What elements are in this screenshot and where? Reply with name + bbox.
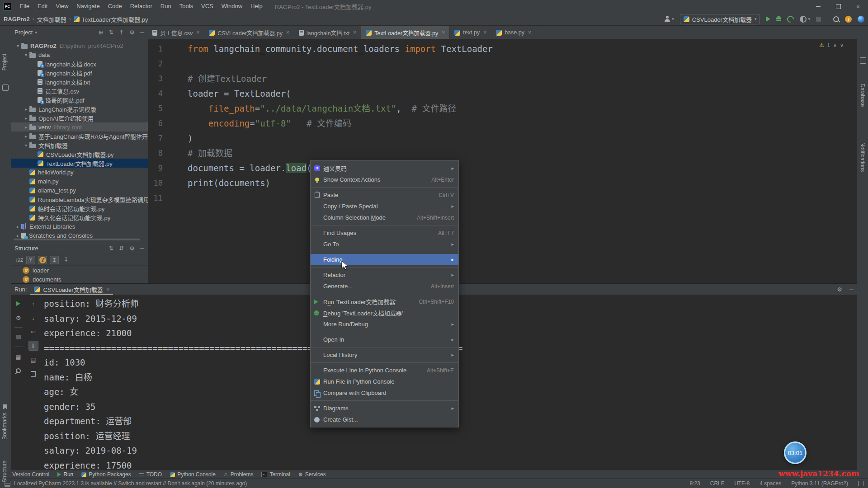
tab-csvloader-py[interactable]: CSVLoader文档加载器.py×	[204, 26, 294, 39]
close-tab-icon[interactable]: ×	[528, 29, 531, 36]
tab-base-py[interactable]: base.py×	[491, 26, 536, 39]
code-editor[interactable]: 1from langchain_community.document_loade…	[148, 39, 857, 206]
toolwindow-button-todo[interactable]: TODO	[135, 470, 166, 479]
menu-item-refactor[interactable]: Refactor▸	[311, 269, 458, 281]
menubar-item-file[interactable]: File	[16, 0, 33, 13]
line-number[interactable]: 2	[148, 56, 188, 71]
line-number[interactable]: 8	[148, 146, 188, 161]
right-stripe-icon[interactable]	[860, 57, 866, 64]
folder-stripe-icon[interactable]	[2, 84, 9, 91]
menu-item-column-selection-mode[interactable]: Column Selection ModeAlt+Shift+Insert	[311, 212, 458, 223]
structure-panel-title[interactable]: Structure	[14, 245, 38, 252]
structure-item-loader[interactable]: vloader	[11, 266, 148, 275]
menu-item-debug-textloader[interactable]: Debug 'TextLoader文档加载器'	[311, 307, 458, 319]
scroll-to-end-icon[interactable]: ⇓	[28, 341, 38, 351]
print-icon[interactable]: ▤	[28, 355, 38, 365]
close-button[interactable]: ×	[848, 0, 868, 13]
menubar-item-help[interactable]: Help	[246, 0, 267, 13]
menubar-item-code[interactable]: Code	[104, 0, 126, 13]
locate-icon[interactable]: ⊕	[98, 29, 103, 36]
run-console-tab[interactable]: CSVLoader文档加载器 ×	[30, 284, 113, 295]
lock-icon[interactable]	[858, 481, 863, 486]
user-menu-button[interactable]: ▾	[664, 16, 674, 22]
expand-collapse-icon[interactable]: ⇅	[108, 29, 113, 36]
tree-item-main-py[interactable]: main.py	[11, 177, 148, 186]
status-crlf[interactable]: CRLF	[710, 480, 724, 487]
edit-configuration-icon[interactable]: ⚙	[14, 313, 24, 323]
tree-item-csvloader-py[interactable]: CSVLoader文档加载器.py	[11, 150, 148, 159]
bookmark-icon[interactable]	[3, 404, 7, 409]
close-tab-icon[interactable]: ×	[353, 29, 356, 36]
tab-csv[interactable]: 员工信息.csv×	[148, 26, 204, 39]
menu-item-diagrams[interactable]: Diagrams▸	[311, 403, 458, 414]
soft-wrap-icon[interactable]: ↩	[28, 327, 38, 337]
pin-tab-icon[interactable]	[14, 366, 24, 375]
tree-item-runnablelambda-p[interactable]: RunnableLambda实现复杂多模型链路调用.p	[11, 195, 148, 204]
tab-text-py[interactable]: text.py×	[450, 26, 491, 39]
code-line-11[interactable]: 11	[148, 191, 857, 206]
breadcrumb-item-item[interactable]: 文档加载器	[37, 15, 66, 23]
menu-item-create-gist[interactable]: Create Gist...	[311, 414, 458, 425]
tree-item-external-libraries[interactable]: ▸External Libraries	[11, 222, 148, 231]
tree-item-data[interactable]: ▾data	[11, 50, 148, 59]
hide-panel-icon[interactable]: ─	[140, 245, 144, 252]
menu-item-local-history[interactable]: Local History▸	[311, 349, 458, 361]
code-line-8[interactable]: 8# 加载数据	[148, 146, 857, 161]
line-number[interactable]: 1	[148, 42, 188, 56]
move-up-icon[interactable]: ↥	[50, 256, 59, 264]
tree-item-ragpro2[interactable]: ▾RAGPro2D:\python_pro\RAGPro2	[11, 41, 148, 50]
menu-item-go-to[interactable]: Go To▸	[311, 239, 458, 250]
tree-item-textloader-py[interactable]: TextLoader文档加载器.py	[11, 159, 148, 168]
menubar-item-view[interactable]: View	[52, 0, 72, 13]
tree-item-langchain-rag-agent[interactable]: ▸基于LangChain实现RAG与Agent智能体开发	[11, 131, 148, 141]
structure-item-documents[interactable]: vdocuments	[11, 275, 148, 284]
ai-assistant-icon[interactable]	[858, 16, 864, 23]
horizontal-scrollbar[interactable]	[14, 239, 140, 240]
stripe-notifications-button[interactable]: Notifications	[859, 142, 866, 172]
tree-item-pdf[interactable]: 锋哥的网站.pdf	[11, 95, 148, 104]
menu-item-show-context-actions[interactable]: Show Context ActionsAlt+Enter	[311, 174, 458, 185]
menu-item-more-run-debug[interactable]: More Run/Debug▸	[311, 319, 458, 330]
coverage-button[interactable]: ▾	[800, 16, 810, 23]
menu-item-run-textloader[interactable]: Run 'TextLoader文档加载器'Ctrl+Shift+F10	[311, 296, 458, 307]
next-problem-icon[interactable]: ∨	[840, 42, 844, 48]
tree-chevron-icon[interactable]: ▸	[14, 233, 21, 238]
line-number[interactable]: 6	[148, 116, 188, 131]
tree-item-helloworld-py[interactable]: helloWorld.py	[11, 168, 148, 177]
run-configuration-select[interactable]: CSVLoader文档加载器 ▾	[680, 14, 760, 24]
menubar-item-refactor[interactable]: Refactor	[126, 0, 156, 13]
menubar-item-vcs[interactable]: VCS	[197, 0, 217, 13]
debug-button[interactable]	[776, 16, 781, 22]
settings-gear-icon[interactable]: ⚙	[129, 29, 135, 36]
clear-console-icon[interactable]	[28, 369, 38, 379]
close-tab-icon[interactable]: ×	[196, 29, 199, 36]
status-message[interactable]: Localized PyCharm 2023.1.3 is available …	[14, 480, 247, 487]
stop-button[interactable]	[14, 332, 24, 342]
close-tab-icon[interactable]: ×	[286, 29, 289, 36]
down-stacktrace-icon[interactable]: ↓	[28, 313, 38, 323]
tree-item-langchain[interactable]: ▸LangChain提示词模版	[11, 104, 148, 113]
toolwindow-button-terminal[interactable]: >_Terminal	[257, 470, 294, 479]
update-icon[interactable]: ↑	[845, 16, 852, 23]
menu-item-compare-with-clipboard[interactable]: Compare with Clipboard	[311, 387, 458, 399]
status-utf-8[interactable]: UTF-8	[734, 480, 750, 487]
collapse-all-icon[interactable]: ⇵	[119, 245, 124, 252]
prev-problem-icon[interactable]: ∧	[833, 42, 837, 48]
hide-panel-icon[interactable]: ─	[140, 29, 144, 36]
menubar-item-tools[interactable]: Tools	[175, 0, 197, 13]
tree-item-py[interactable]: 临时会话记忆功能实现.py	[11, 204, 148, 213]
stripe-structure-button[interactable]: Structure	[1, 460, 8, 483]
menu-item-paste[interactable]: PasteCtrl+V	[311, 189, 458, 201]
code-line-10[interactable]: 10print(documents)	[148, 176, 857, 191]
tree-item-langchain-docx[interactable]: langchain文档.docx	[11, 59, 148, 68]
toolwindow-button-problems[interactable]: ⚠Problems	[220, 470, 258, 479]
status-4-spaces[interactable]: 4 spaces	[760, 480, 781, 487]
tree-chevron-icon[interactable]: ▾	[23, 52, 29, 57]
menubar-item-window[interactable]: Window	[217, 0, 246, 13]
close-tab-icon[interactable]: ×	[106, 286, 110, 293]
code-line-6[interactable]: 6 encoding="utf-8" # 文件编码	[148, 116, 857, 131]
layout-settings-icon[interactable]: ▦	[14, 352, 24, 361]
code-line-5[interactable]: 5 file_path="../data/langchain文档.txt", #…	[148, 101, 857, 116]
toolwindow-button-services[interactable]: ⚙Services	[294, 470, 330, 479]
minimize-button[interactable]	[808, 0, 828, 13]
